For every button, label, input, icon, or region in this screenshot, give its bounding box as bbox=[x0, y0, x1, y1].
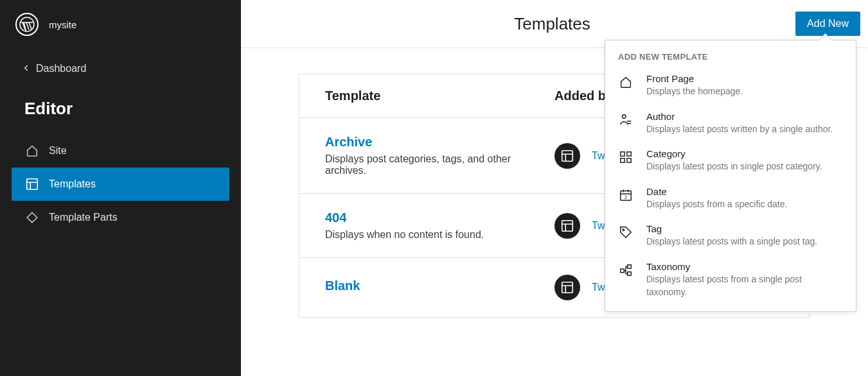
dropdown-item-desc: Displays posts from a specific date. bbox=[646, 198, 843, 211]
home-icon bbox=[618, 74, 633, 90]
svg-rect-16 bbox=[628, 272, 632, 276]
wordpress-logo-icon[interactable] bbox=[15, 13, 39, 36]
svg-rect-14 bbox=[621, 269, 624, 273]
taxonomy-icon bbox=[618, 262, 633, 278]
theme-icon bbox=[554, 275, 580, 300]
template-name-link[interactable]: Archive bbox=[325, 135, 554, 150]
home-icon bbox=[24, 143, 40, 158]
add-new-template-dropdown: ADD NEW TEMPLATE Front Page Displays the… bbox=[605, 40, 856, 312]
chevron-left-icon bbox=[22, 63, 31, 74]
svg-rect-5 bbox=[562, 282, 573, 293]
theme-icon bbox=[554, 143, 580, 169]
dropdown-item-desc: Displays the homepage. bbox=[646, 85, 843, 98]
main: Templates Add New Template Added by Arch… bbox=[241, 0, 868, 376]
sidebar-item-template-parts[interactable]: Template Parts bbox=[12, 201, 229, 234]
sidebar-item-site[interactable]: Site bbox=[12, 134, 229, 167]
layout-icon bbox=[24, 176, 40, 192]
svg-rect-4 bbox=[562, 220, 573, 231]
author-icon bbox=[618, 112, 633, 128]
diamond-icon bbox=[24, 210, 40, 225]
dropdown-item-label: Category bbox=[646, 148, 843, 159]
dropdown-item-desc: Displays latest posts written by a singl… bbox=[646, 123, 843, 136]
dropdown-item-desc: Displays latest posts in single post cat… bbox=[646, 160, 843, 173]
template-name-link[interactable]: Blank bbox=[325, 278, 554, 293]
dropdown-item-label: Front Page bbox=[646, 73, 843, 84]
dropdown-item-label: Tag bbox=[646, 223, 843, 234]
calendar-icon: 2 bbox=[618, 187, 633, 203]
back-to-dashboard[interactable]: Dashboard bbox=[0, 44, 241, 86]
svg-rect-15 bbox=[628, 265, 632, 269]
dropdown-item-desc: Displays latest posts from a single post… bbox=[646, 273, 843, 298]
svg-point-6 bbox=[623, 114, 626, 118]
svg-rect-7 bbox=[621, 152, 624, 156]
sidebar-item-label: Templates bbox=[49, 178, 96, 190]
tag-icon bbox=[618, 225, 633, 240]
svg-rect-1 bbox=[27, 179, 38, 190]
sidebar-item-label: Site bbox=[49, 145, 67, 157]
dropdown-item-date[interactable]: 2 Date Displays posts from a specific da… bbox=[605, 180, 856, 218]
svg-rect-10 bbox=[627, 158, 631, 162]
dropdown-item-desc: Displays latest posts with a single post… bbox=[646, 235, 843, 248]
svg-rect-2 bbox=[27, 212, 37, 223]
sidebar-item-templates[interactable]: Templates bbox=[12, 167, 229, 201]
svg-text:2: 2 bbox=[624, 194, 627, 200]
svg-point-13 bbox=[623, 229, 624, 231]
dropdown-item-category[interactable]: Category Displays latest posts in single… bbox=[605, 142, 856, 180]
dropdown-heading: ADD NEW TEMPLATE bbox=[605, 40, 856, 67]
add-new-button[interactable]: Add New bbox=[795, 12, 860, 36]
dropdown-item-tag[interactable]: Tag Displays latest posts with a single … bbox=[605, 217, 856, 255]
col-template: Template bbox=[325, 89, 554, 103]
dropdown-item-label: Date bbox=[646, 186, 843, 197]
dropdown-item-front-page[interactable]: Front Page Displays the homepage. bbox=[605, 67, 856, 105]
sidebar-header: mysite bbox=[0, 0, 241, 44]
svg-rect-8 bbox=[627, 152, 631, 156]
sidebar-item-label: Template Parts bbox=[49, 212, 118, 223]
template-name-link[interactable]: 404 bbox=[325, 210, 554, 225]
back-label: Dashboard bbox=[36, 63, 86, 74]
theme-icon bbox=[554, 213, 580, 239]
page-title: Templates bbox=[461, 14, 590, 34]
sidebar-title: Editor bbox=[0, 86, 241, 130]
svg-rect-9 bbox=[621, 158, 624, 162]
sidebar: mysite Dashboard Editor Site Templates T… bbox=[0, 0, 241, 376]
sidebar-nav: Site Templates Template Parts bbox=[0, 130, 241, 238]
svg-rect-3 bbox=[562, 150, 573, 161]
template-desc: Displays post categories, tags, and othe… bbox=[325, 153, 554, 176]
dropdown-item-label: Author bbox=[646, 111, 843, 122]
dropdown-item-label: Taxonomy bbox=[646, 261, 843, 272]
site-name[interactable]: mysite bbox=[49, 19, 76, 30]
dropdown-item-author[interactable]: Author Displays latest posts written by … bbox=[605, 105, 856, 142]
template-desc: Displays when no content is found. bbox=[325, 229, 554, 241]
dropdown-item-taxonomy[interactable]: Taxonomy Displays latest posts from a si… bbox=[605, 255, 856, 305]
category-icon bbox=[618, 150, 633, 165]
